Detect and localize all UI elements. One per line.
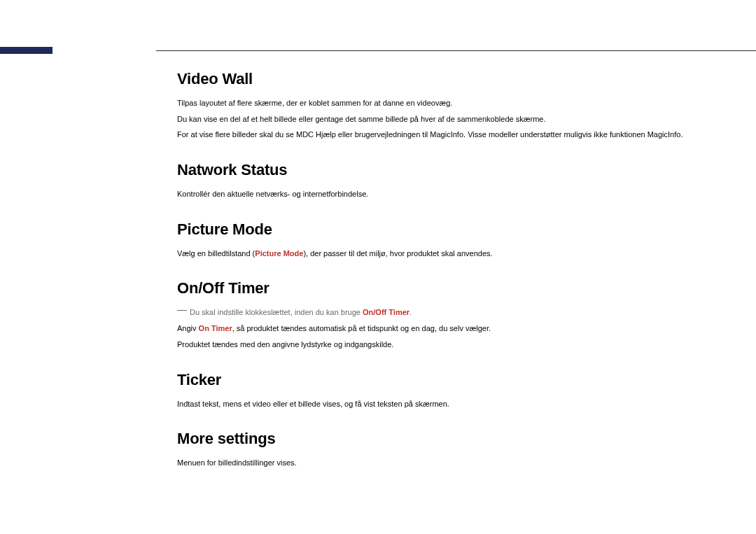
para: Vælg en billedtilstand (Picture Mode), d…	[177, 247, 709, 260]
heading-more-settings: More settings	[177, 430, 709, 448]
note: Du skal indstille klokkeslættet, inden d…	[177, 306, 709, 319]
section-video-wall: Video Wall Tilpas layoutet af flere skær…	[177, 70, 709, 141]
text: ), der passer til det miljø, hvor produk…	[303, 249, 492, 258]
para: Produktet tændes med den angivne lydstyr…	[177, 338, 709, 351]
text: Angiv	[177, 324, 199, 332]
text: Vælg en billedtilstand (	[177, 249, 255, 258]
para: Du kan vise en del af et helt billede el…	[177, 113, 709, 126]
para: For at vise flere billeder skal du se MD…	[177, 128, 709, 141]
heading-network-status: Natwork Status	[177, 161, 709, 179]
dash-icon	[177, 310, 187, 311]
section-on-off-timer: On/Off Timer Du skal indstille klokkeslæ…	[177, 279, 709, 351]
section-network-status: Natwork Status Kontrollér den aktuelle n…	[177, 161, 709, 201]
para: Menuen for billedindstillinger vises.	[177, 456, 709, 470]
section-ticker: Ticker Indtast tekst, mens et video elle…	[177, 371, 709, 411]
section-more-settings: More settings Menuen for billedindstilli…	[177, 430, 709, 470]
text: , så produktet tændes automatisk på et t…	[232, 324, 491, 332]
document-page: Video Wall Tilpas layoutet af flere skær…	[0, 0, 756, 534]
text: Du skal indstille klokkeslættet, inden d…	[190, 308, 363, 316]
heading-picture-mode: Picture Mode	[177, 220, 709, 239]
para: Kontrollér den aktuelle netværks- og int…	[177, 188, 709, 201]
heading-video-wall: Video Wall	[177, 70, 709, 88]
accent-on-timer: On Timer	[199, 324, 232, 332]
para: Angiv On Timer, så produktet tændes auto…	[177, 322, 709, 335]
rule-gap	[52, 47, 156, 54]
para: Indtast tekst, mens et video eller et bi…	[177, 398, 709, 411]
heading-on-off-timer: On/Off Timer	[177, 279, 709, 297]
section-picture-mode: Picture Mode Vælg en billedtilstand (Pic…	[177, 220, 709, 260]
content-area: Video Wall Tilpas layoutet af flere skær…	[177, 70, 709, 489]
para: Tilpas layoutet af flere skærme, der er …	[177, 97, 709, 110]
text: .	[410, 308, 412, 316]
heading-ticker: Ticker	[177, 371, 709, 389]
accent-picture-mode: Picture Mode	[255, 249, 303, 258]
accent-on-off-timer: On/Off Timer	[363, 308, 410, 316]
accent-bar	[0, 47, 52, 54]
